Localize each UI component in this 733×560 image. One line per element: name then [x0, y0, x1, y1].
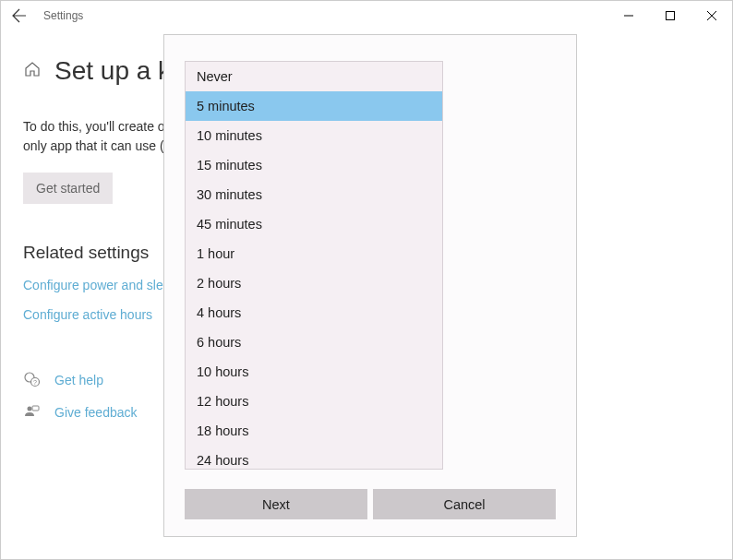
- time-option[interactable]: 1 hour: [186, 239, 442, 268]
- back-arrow-icon: [12, 8, 27, 23]
- get-started-button[interactable]: Get started: [23, 173, 113, 204]
- time-option[interactable]: 15 minutes: [186, 150, 442, 180]
- time-option[interactable]: 4 hours: [186, 298, 442, 328]
- maximize-button[interactable]: [649, 1, 691, 30]
- time-select-dialog: Never5 minutes10 minutes15 minutes30 min…: [163, 34, 577, 537]
- home-icon: [23, 60, 42, 82]
- dialog-button-row: Next Cancel: [185, 489, 556, 519]
- help-icon: ?: [23, 372, 40, 387]
- next-button[interactable]: Next: [185, 489, 367, 519]
- svg-text:?: ?: [33, 379, 37, 386]
- time-options-listbox[interactable]: Never5 minutes10 minutes15 minutes30 min…: [185, 61, 443, 470]
- minimize-icon: [624, 11, 633, 20]
- time-option[interactable]: Never: [186, 62, 442, 91]
- get-help-link[interactable]: Get help: [54, 373, 103, 387]
- svg-rect-1: [666, 12, 674, 20]
- minimize-button[interactable]: [607, 1, 649, 30]
- time-option[interactable]: 2 hours: [186, 268, 442, 298]
- maximize-icon: [666, 11, 675, 20]
- settings-window: Settings Set up a kiosk To do this, you'…: [0, 0, 733, 560]
- give-feedback-link[interactable]: Give feedback: [54, 405, 138, 420]
- time-option[interactable]: 6 hours: [186, 328, 442, 357]
- window-title: Settings: [38, 9, 83, 22]
- feedback-icon: [23, 404, 40, 420]
- titlebar: Settings: [1, 1, 732, 30]
- back-button[interactable]: [1, 1, 38, 30]
- time-option[interactable]: 10 hours: [186, 357, 442, 387]
- window-controls: [607, 1, 732, 30]
- time-option[interactable]: 18 hours: [186, 416, 442, 446]
- cancel-button[interactable]: Cancel: [373, 489, 556, 519]
- time-option[interactable]: 5 minutes: [186, 91, 442, 121]
- time-option[interactable]: 12 hours: [186, 387, 442, 416]
- time-option[interactable]: 24 hours: [186, 446, 442, 470]
- time-option[interactable]: 10 minutes: [186, 121, 442, 150]
- svg-rect-8: [32, 406, 39, 411]
- close-button[interactable]: [691, 1, 732, 30]
- time-option[interactable]: 45 minutes: [186, 209, 442, 239]
- time-option[interactable]: 30 minutes: [186, 180, 442, 209]
- close-icon: [707, 11, 716, 20]
- svg-point-7: [27, 407, 31, 411]
